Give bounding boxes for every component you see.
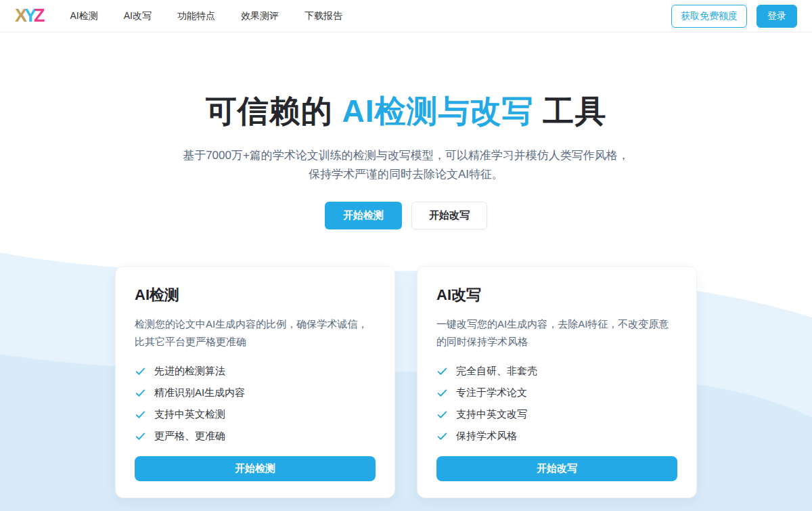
hero-subtitle-line1: 基于7000万+篇的学术论文训练的检测与改写模型，可以精准学习并模仿人类写作风格… [183, 149, 629, 162]
feature-item: 支持中英文检测 [135, 408, 376, 421]
top-nav: XYZ AI检测 AI改写 功能特点 效果测评 下载报告 获取免费额度 登录 [0, 0, 812, 32]
check-icon [436, 387, 448, 399]
nav-item-ai-rewrite[interactable]: AI改写 [124, 10, 152, 22]
brand-logo[interactable]: XYZ [15, 7, 43, 25]
check-icon [135, 409, 146, 420]
feature-item: 先进的检测算法 [135, 365, 376, 378]
feature-label: 保持学术风格 [456, 430, 517, 443]
card-title: AI改写 [436, 285, 677, 305]
hero-start-rewrite-button[interactable]: 开始改写 [411, 202, 487, 229]
feature-item: 精准识别AI生成内容 [135, 386, 376, 399]
feature-label: 支持中英文检测 [154, 408, 225, 421]
main-nav: AI检测 AI改写 功能特点 效果测评 下载报告 [70, 10, 671, 22]
card-description: 检测您的论文中AI生成内容的比例，确保学术诚信，比其它平台更严格更准确 [135, 315, 376, 351]
hero-title-prefix: 可信赖的 [206, 93, 342, 129]
feature-label: 完全自研、非套壳 [456, 365, 537, 378]
feature-item: 专注于学术论文 [436, 386, 677, 399]
feature-label: 支持中英文改写 [456, 408, 527, 421]
feature-item: 更严格、更准确 [135, 430, 376, 443]
nav-actions: 获取免费额度 登录 [671, 5, 797, 28]
hero-start-detect-button[interactable]: 开始检测 [325, 202, 402, 229]
login-button[interactable]: 登录 [757, 5, 797, 28]
check-icon [436, 409, 448, 420]
feature-item: 完全自研、非套壳 [436, 365, 677, 378]
nav-item-features[interactable]: 功能特点 [177, 10, 215, 22]
nav-item-benchmarks[interactable]: 效果测评 [241, 10, 279, 22]
hero-subtitle: 基于7000万+篇的学术论文训练的检测与改写模型，可以精准学习并模仿人类写作风格… [0, 146, 812, 184]
feature-cards: AI检测 检测您的论文中AI生成内容的比例，确保学术诚信，比其它平台更严格更准确… [115, 266, 697, 498]
feature-item: 支持中英文改写 [436, 408, 677, 421]
card-start-rewrite-button[interactable]: 开始改写 [436, 456, 677, 481]
logo-letter-z: Z [34, 5, 43, 26]
logo-letter-x: X [15, 5, 25, 26]
nav-item-download-report[interactable]: 下载报告 [304, 10, 342, 22]
nav-item-ai-detect[interactable]: AI检测 [70, 10, 98, 22]
free-quota-button[interactable]: 获取免费额度 [671, 5, 747, 28]
feature-label: 更严格、更准确 [154, 430, 225, 443]
logo-letter-y: Y [24, 5, 35, 26]
card-title: AI检测 [135, 285, 376, 305]
hero-subtitle-line2: 保持学术严谨的同时去除论文AI特征。 [309, 168, 503, 181]
feature-label: 先进的检测算法 [154, 365, 225, 378]
card-ai-rewrite: AI改写 一键改写您的AI生成内容，去除AI特征，不改变原意的同时保持学术风格 … [417, 266, 697, 498]
feature-label: 精准识别AI生成内容 [154, 386, 245, 399]
hero-title: 可信赖的 AI检测与改写 工具 [0, 91, 812, 133]
hero-actions: 开始检测 开始改写 [0, 202, 812, 229]
card-ai-detect: AI检测 检测您的论文中AI生成内容的比例，确保学术诚信，比其它平台更严格更准确… [115, 266, 395, 498]
page-main: 可信赖的 AI检测与改写 工具 基于7000万+篇的学术论文训练的检测与改写模型… [0, 32, 812, 498]
card-start-detect-button[interactable]: 开始检测 [135, 456, 376, 481]
hero-title-suffix: 工具 [534, 93, 607, 129]
feature-item: 保持学术风格 [436, 430, 677, 443]
card-description: 一键改写您的AI生成内容，去除AI特征，不改变原意的同时保持学术风格 [436, 315, 677, 351]
check-icon [436, 365, 448, 377]
check-icon [135, 387, 146, 399]
check-icon [135, 430, 146, 442]
check-icon [436, 430, 448, 442]
hero-section: 可信赖的 AI检测与改写 工具 基于7000万+篇的学术论文训练的检测与改写模型… [0, 32, 812, 229]
hero-title-highlight: AI检测与改写 [342, 93, 534, 129]
check-icon [135, 365, 146, 377]
feature-label: 专注于学术论文 [456, 386, 527, 399]
